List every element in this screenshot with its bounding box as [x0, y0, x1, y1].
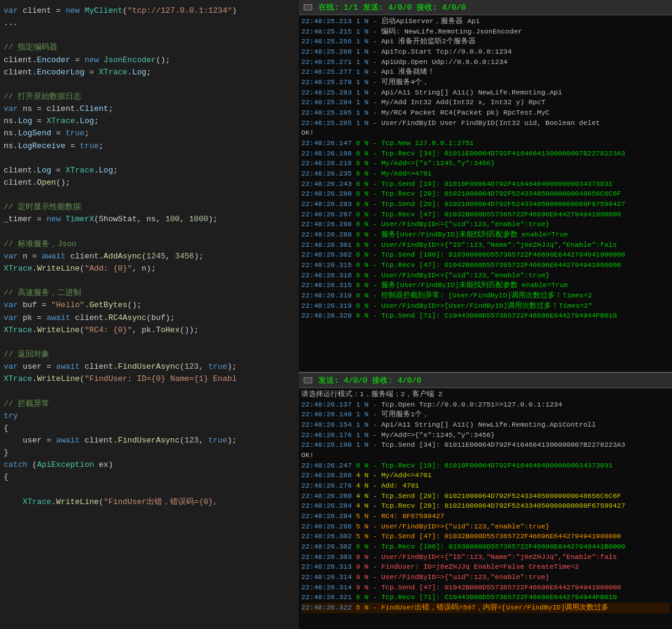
log-line: 22:48:26.243 6 N - Tcp.Send [19]: 81010F…	[301, 179, 670, 190]
log-line: 22:48:26.283 6 N - Tcp.Send [20]: 810210…	[301, 199, 670, 210]
log-line: 22:48:26.149 1 N - 可用服务1个，	[301, 410, 670, 420]
log-line: 22:48:26.288 6 N - User/FindByID<={"uid"…	[301, 219, 670, 230]
log-line: 22:48:26.280 4 N - Tcp.Send [20]: 010210…	[301, 491, 670, 502]
log-line: 22:48:26.314 9 N - User/FindByID=>{"uid"…	[301, 572, 670, 583]
log-line: 22:48:26.198 6 N - Tcp.Recv [34]: 01011E…	[301, 149, 670, 159]
code-comment-1: // 指定编码器	[4, 41, 295, 54]
code-line-15: var pk = await client.RC4Async(buf);	[4, 312, 295, 324]
log-line: 22:48:25.271 1 N - ApiUdp.Open Udp://0.0…	[301, 57, 670, 68]
log-line: 22:48:25.215 1 N - 编码: NewLife.Remoting.…	[301, 27, 670, 37]
bottom-panel-header: 发送: 4/0/0 接收: 4/0/0	[299, 373, 672, 388]
code-line-16: XTrace.WriteLine("RC4: {0}", pk.ToHex())…	[4, 324, 295, 336]
bottom-log-area[interactable]: 请选择运行模式：1，服务端；2，客户端 222:48:26.137 1 N - …	[299, 388, 672, 629]
code-line-8: ns.LogReceive = true;	[4, 140, 295, 152]
log-line: 22:48:25.284 1 N - My/Add Int32 Add(Int3…	[301, 98, 670, 108]
log-line: 22:48:25.256 1 N - Api 准备开始监听2个服务器	[301, 37, 670, 47]
log-line: 22:48:26.313 9 N - FindUser: ID=j6eZHJJq…	[301, 562, 670, 572]
log-line: 22:48:26.190 1 N - Tcp.Send [34]: 01011E…	[301, 440, 670, 450]
log-line: 22:48:26.315 6 N - 服务[User/FindByID]未能找到…	[301, 280, 670, 291]
log-line: 22:48:26.315 6 N - Tcp.Recv [47]: 01042B…	[301, 260, 670, 271]
log-line: 22:48:26.147 6 N - Tcp.New 127.0.0.1:275…	[301, 138, 670, 149]
right-panel: 在线: 1/1 发送: 4/0/0 接收: 4/0/0 22:48:25.213…	[299, 0, 672, 629]
code-comment-6: // 返回对象	[4, 349, 295, 361]
log-line: 22:48:26.284 5 N - RC4: 8F67599427	[301, 511, 670, 522]
code-line-14: var buf = "Hello".GetBytes();	[4, 299, 295, 311]
log-line: 22:48:25.260 1 N - ApiTcp.Start Tcp://0.…	[301, 47, 670, 57]
log-line: 22:48:26.319 6 N - 控制器拦截到异常: [User/FindB…	[301, 291, 670, 301]
log-line: 22:48:25.283 1 N - Api/A11 String[] A11(…	[301, 88, 670, 98]
code-line-23: catch (ApiException ex)	[4, 459, 295, 471]
code-line-22: }	[4, 447, 295, 459]
bottom-panel-title: 发送: 4/0/0 接收: 4/0/0	[318, 375, 421, 386]
code-line-20: {	[4, 422, 295, 435]
log-line: 22:48:26.303 9 N - User/FindByID<={"ID":…	[301, 552, 670, 563]
log-line: 22:48:26.280 6 N - Tcp.Recv [20]: 010210…	[301, 189, 670, 199]
log-line: 22:48:26.287 6 N - Tcp.Recv [47]: 01032B…	[301, 210, 670, 220]
log-line: 22:48:26.284 4 N - Tcp.Recv [20]: 810210…	[301, 501, 670, 511]
code-line-3: client.Encoder = new JsonEncoder();	[4, 54, 295, 66]
log-line: 22:48:25.285 1 N - My/RC4 Packet RC4(Pac…	[301, 108, 670, 118]
code-line-10: client.Open();	[4, 177, 295, 189]
log-line: 22:48:25.285 1 N - User/FindByID User Fi…	[301, 118, 670, 129]
log-line: OK!	[301, 128, 670, 138]
code-line-2: ...	[4, 17, 295, 29]
log-line: 22:48:26.235 6 N - My/Add=>4701	[301, 169, 670, 179]
log-line: 22:48:26.176 1 N - My/Add=>{"x":1245,"y"…	[301, 430, 670, 441]
code-comment-7: // 拦截异常	[4, 398, 295, 410]
code-line-9: client.Log = XTrace.Log;	[4, 165, 295, 177]
top-panel-header: 在线: 1/1 发送: 4/0/0 接收: 4/0/0	[299, 0, 672, 15]
code-line-17: var user = await client.FindUserAsync(12…	[4, 361, 295, 373]
log-line: 22:48:26.322 5 N - FindUser出错，错误码=507，内容…	[301, 603, 670, 613]
code-comment-3: // 定时显示性能数据	[4, 201, 295, 213]
log-line: 22:48:26.268 4 N - My/Add<=4701	[301, 471, 670, 481]
code-line-21: user = await client.FindUserAsync(123, t…	[4, 435, 295, 447]
log-line: 22:48:26.301 6 N - User/FindByID=>{"ID":…	[301, 240, 670, 251]
log-line: 22:48:26.137 1 N - Tcp.Open Tcp://0.0.0.…	[301, 400, 670, 410]
log-line: 22:48:26.302 6 N - Tcp.Send [100]: 81036…	[301, 250, 670, 260]
log-line: 22:48:26.319 6 N - User/FindByID=>[User/…	[301, 301, 670, 311]
terminal-icon	[304, 4, 312, 10]
code-comment-4: // 标准服务，Json	[4, 238, 295, 251]
code-editor: var client = new MyClient("tcp://127.0.0…	[0, 0, 299, 629]
code-line-18: XTrace.WriteLine("FindUser: ID={0} Name=…	[4, 373, 295, 385]
log-line: 22:48:25.279 1 N - 可用服务4个，	[301, 77, 670, 88]
code-line-13: XTrace.WriteLine("Add: {0}", n);	[4, 263, 295, 275]
log-line: 22:48:26.316 6 N - User/FindByID<={"uid"…	[301, 271, 670, 281]
log-line: OK!	[301, 450, 670, 461]
code-line-19: try	[4, 410, 295, 422]
top-panel-title: 在线: 1/1 发送: 4/0/0 接收: 4/0/0	[318, 2, 466, 13]
log-line: 22:48:26.320 6 N - Tcp.Send [71]: C10443…	[301, 311, 670, 321]
code-line-11: _timer = new TimerX(ShowStat, ns, 100, 1…	[4, 213, 295, 226]
log-line: 22:48:26.154 1 N - Api/A11 String[] A11(…	[301, 420, 670, 430]
code-comment-5: // 高速服务，二进制	[4, 287, 295, 299]
code-line-6: ns.Log = XTrace.Log;	[4, 115, 295, 127]
code-line-25: XTrace.WriteLine("FindUser出错，错误码={0},	[4, 496, 295, 508]
code-line-24: {	[4, 471, 295, 483]
log-line: 22:48:26.218 6 N - My/Add<={"x":1245,"y"…	[301, 158, 670, 169]
log-line: 22:48:26.302 5 N - Tcp.Send [47]: 01032B…	[301, 531, 670, 542]
terminal-icon-bottom	[304, 377, 312, 383]
log-line: 22:48:26.314 9 N - Tcp.Send [47]: 01042B…	[301, 583, 670, 593]
log-line: 22:48:26.321 6 N - Tcp.Recv [71]: C10443…	[301, 592, 670, 603]
log-line: 请选择运行模式：1，服务端；2，客户端 2	[301, 389, 670, 400]
log-line: 22:48:26.276 4 N - Add: 4701	[301, 481, 670, 491]
log-line: 22:48:26.247 6 N - Tcp.Recv [19]: 81010F…	[301, 461, 670, 471]
log-line: 22:48:25.213 1 N - 启动ApiServer，服务器 Api	[301, 16, 670, 27]
code-line-4: client.EncoderLog = XTrace.Log;	[4, 66, 295, 79]
bottom-log-panel: 发送: 4/0/0 接收: 4/0/0 请选择运行模式：1，服务端；2，客户端 …	[299, 373, 672, 629]
code-line-12: var n = await client.AddAsync(1245, 3456…	[4, 251, 295, 263]
code-line-5: var ns = client.Client;	[4, 103, 295, 115]
log-line: 22:48:25.277 1 N - Api 准备就绪！	[301, 67, 670, 77]
log-line: 22:48:26.302 6 N - Tcp.Recv [100]: 81036…	[301, 542, 670, 552]
log-line: 22:48:26.289 6 N - 服务[User/FindByID]未能找到…	[301, 230, 670, 240]
log-line: 22:48:26.286 5 N - User/FindByID=>{"uid"…	[301, 522, 670, 532]
top-log-area[interactable]: 22:48:25.213 1 N - 启动ApiServer，服务器 Api22…	[299, 15, 672, 372]
code-line-7: ns.LogSend = true;	[4, 127, 295, 140]
top-log-panel: 在线: 1/1 发送: 4/0/0 接收: 4/0/0 22:48:25.213…	[299, 0, 672, 373]
code-comment-2: // 打开原始数据日志	[4, 91, 295, 103]
code-line-1: var client = new MyClient("tcp://127.0.0…	[4, 5, 295, 17]
